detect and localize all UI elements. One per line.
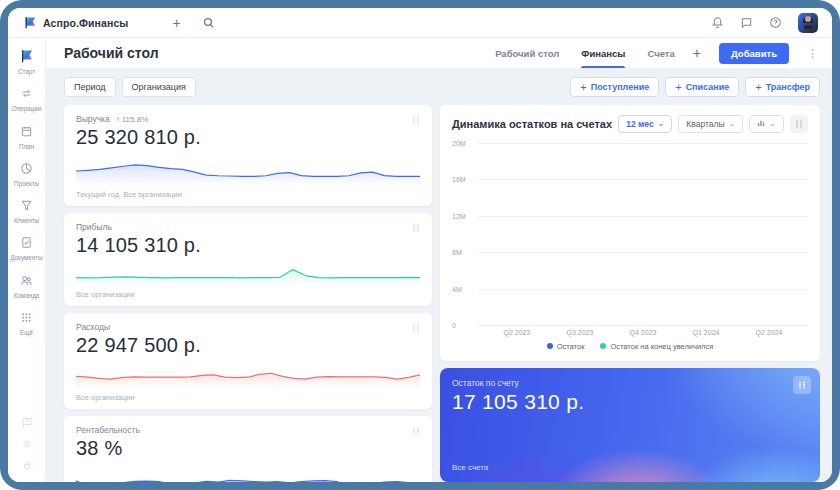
action-label: Списание <box>686 82 730 92</box>
kpi-delta-badge: ↑115.8% <box>116 115 149 124</box>
kpi-sparkline <box>76 263 420 286</box>
sidebar-item-4[interactable]: Клиенты <box>10 193 42 230</box>
tab-счета[interactable]: Счета <box>647 38 674 68</box>
bell-icon[interactable] <box>711 16 724 29</box>
dashboard-content: ПериодОрганизация +Поступление+Списание+… <box>46 68 832 482</box>
kpi-value: 25 320 810 р. <box>76 126 420 149</box>
drag-handle-icon[interactable] <box>793 376 811 394</box>
chart-title: Динамика остатков на счетах <box>452 118 612 130</box>
gear-icon[interactable] <box>21 438 33 450</box>
chart-control-0[interactable]: 12 мес⌄ <box>618 115 672 133</box>
help-icon[interactable] <box>769 16 782 29</box>
chat-icon[interactable] <box>740 16 753 29</box>
sidebar-item-2[interactable]: План <box>10 119 42 156</box>
chart-control-1[interactable]: Кварталы⌄ <box>678 115 743 133</box>
drag-handle-icon[interactable] <box>408 320 424 336</box>
plan-icon <box>20 124 33 142</box>
filter-organization[interactable]: Организация <box>122 77 196 97</box>
app-name: Аспро.Финансы <box>43 17 128 29</box>
kpi-caption: Все организации <box>76 290 420 299</box>
tab-рабочий-стол[interactable]: Рабочий стол <box>495 38 559 68</box>
action-списание[interactable]: +Списание <box>665 77 739 97</box>
help-bubble-icon[interactable] <box>21 416 33 428</box>
more-icon <box>20 310 33 328</box>
y-tick-label: 20M <box>452 140 472 147</box>
gridline <box>478 325 808 326</box>
legend-item: Остаток <box>547 342 585 351</box>
kpi-column: Выручка↑115.8%25 320 810 р.Текущий год. … <box>64 105 432 482</box>
y-tick-label: 4M <box>452 285 472 292</box>
chart-legend: ОстатокОстаток на конец увеличился <box>452 339 808 353</box>
kpi-value: 14 105 310 р. <box>76 234 420 257</box>
sidebar-item-label: Документы <box>10 255 42 261</box>
drag-handle-icon[interactable] <box>408 112 424 128</box>
bar-chart-plot: 20M16M12M8M4M0 <box>478 143 808 325</box>
kpi-caption: Все организации <box>76 393 420 402</box>
x-axis-label: Q3 2023 <box>557 329 603 336</box>
workspace-tabs: Рабочий столФинансыСчета <box>495 38 675 68</box>
sidebar-item-3[interactable]: Проекты <box>10 156 42 193</box>
balance-caption: Все счета <box>452 463 808 472</box>
balance-value: 17 105 310 р. <box>452 390 808 414</box>
sidebar-item-label: Ещё <box>20 330 33 336</box>
x-axis-labels: Q2 2023Q3 2023Q4 2023Q1 2024Q2 2024 <box>478 325 808 339</box>
kpi-value: 22 947 500 р. <box>76 334 420 357</box>
sidebar-item-7[interactable]: Ещё <box>10 305 42 342</box>
avatar[interactable] <box>798 13 818 33</box>
legend-label: Остаток <box>557 342 585 351</box>
action-label: Трансфер <box>766 82 810 92</box>
sidebar-item-5[interactable]: Документы <box>10 230 42 267</box>
sidebar-item-1[interactable]: Операции <box>10 81 42 118</box>
plug-icon[interactable] <box>21 460 33 472</box>
kpi-title: Расходы <box>76 322 110 332</box>
add-button[interactable]: Добавить <box>719 43 789 64</box>
filter-period[interactable]: Период <box>64 77 116 97</box>
window-frame: Аспро.Финансы + СтартОпераци <box>0 0 840 490</box>
kpi-delta-value: 115.8% <box>122 115 149 124</box>
kpi-title: Рентабельность <box>76 425 140 435</box>
kpi-head: Рентабельность <box>76 425 420 435</box>
app-logo-icon <box>24 16 37 29</box>
tab-финансы[interactable]: Финансы <box>581 38 625 68</box>
y-tick-label: 8M <box>452 249 472 256</box>
chevron-down-icon: ⌄ <box>658 120 665 128</box>
bar-chart-icon <box>757 119 765 129</box>
search-icon[interactable] <box>203 17 215 29</box>
x-axis-label: Q1 2024 <box>683 329 729 336</box>
sidebar-item-label: План <box>19 144 34 150</box>
projects-icon <box>20 161 33 179</box>
action-label: Поступление <box>591 82 650 92</box>
page-title: Рабочий стол <box>64 45 159 61</box>
drag-handle-icon[interactable] <box>408 423 424 439</box>
kpi-caption: Текущий год. Все организации <box>76 190 420 199</box>
filter-row: ПериодОрганизация +Поступление+Списание+… <box>64 77 820 97</box>
drag-handle-icon[interactable] <box>790 115 808 133</box>
sidebar-item-6[interactable]: Команда <box>10 268 42 305</box>
legend-label: Остаток на конец увеличился <box>610 342 713 351</box>
sidebar-item-start[interactable]: Старт <box>10 44 42 81</box>
action-трансфер[interactable]: +Трансфер <box>745 77 820 97</box>
chevron-down-icon: ⌄ <box>729 120 736 128</box>
right-column: Динамика остатков на счетах 12 мес⌄Кварт… <box>440 105 820 482</box>
legend-dot <box>600 343 606 349</box>
chevron-down-icon: ⌄ <box>769 120 776 128</box>
add-tab-button[interactable]: + <box>693 45 701 61</box>
kpi-card-прибыль: Прибыль14 105 310 р.Все организации <box>64 213 432 306</box>
legend-dot <box>547 343 553 349</box>
new-item-button[interactable]: + <box>172 16 180 30</box>
y-tick-label: 0 <box>452 322 472 329</box>
drag-handle-icon[interactable] <box>408 220 424 236</box>
page-header: Рабочий стол Рабочий столФинансыСчета + … <box>46 38 832 68</box>
kpi-card-рентабельность: Рентабельность38 % <box>64 416 432 482</box>
sidebar-item-label: Клиенты <box>14 218 39 224</box>
kpi-card-расходы: Расходы22 947 500 р.Все организации <box>64 313 432 409</box>
kpi-title: Прибыль <box>76 222 112 232</box>
control-label: Кварталы <box>686 119 724 129</box>
chart-type-dropdown[interactable]: ⌄ <box>749 115 784 133</box>
kpi-sparkline <box>76 363 420 389</box>
control-label: 12 мес <box>626 119 653 129</box>
more-menu-icon[interactable]: ⋮ <box>807 47 818 60</box>
main-area: Рабочий стол Рабочий столФинансыСчета + … <box>46 38 832 482</box>
action-поступление[interactable]: +Поступление <box>570 77 659 97</box>
account-balance-card: Остаток по счету 17 105 310 р. Все счета <box>440 368 820 482</box>
